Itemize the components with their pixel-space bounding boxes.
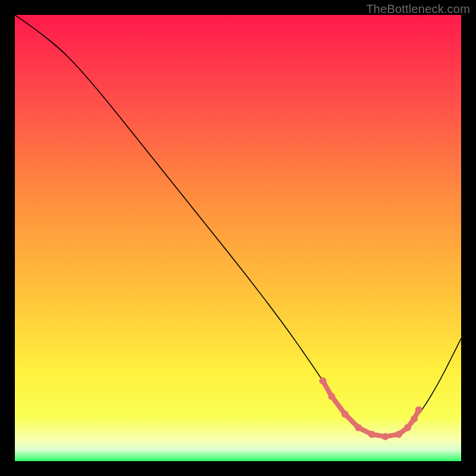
highlight-dot	[342, 411, 349, 418]
highlight-dot	[395, 431, 402, 438]
highlight-dot	[382, 433, 389, 440]
highlight-dot	[404, 424, 411, 431]
plot-area	[15, 15, 461, 461]
highlight-dot	[411, 415, 418, 422]
chart-overlay	[15, 15, 461, 461]
highlight-dot	[368, 431, 375, 438]
highlight-markers	[320, 377, 422, 440]
credit-watermark: TheBottleneck.com	[366, 2, 470, 16]
chart-stage: TheBottleneck.com	[0, 0, 476, 476]
highlight-dot	[415, 406, 422, 414]
highlight-dot	[320, 377, 327, 384]
highlight-dot	[328, 393, 336, 400]
bottleneck-curve	[15, 15, 461, 436]
highlight-dot	[355, 424, 362, 431]
